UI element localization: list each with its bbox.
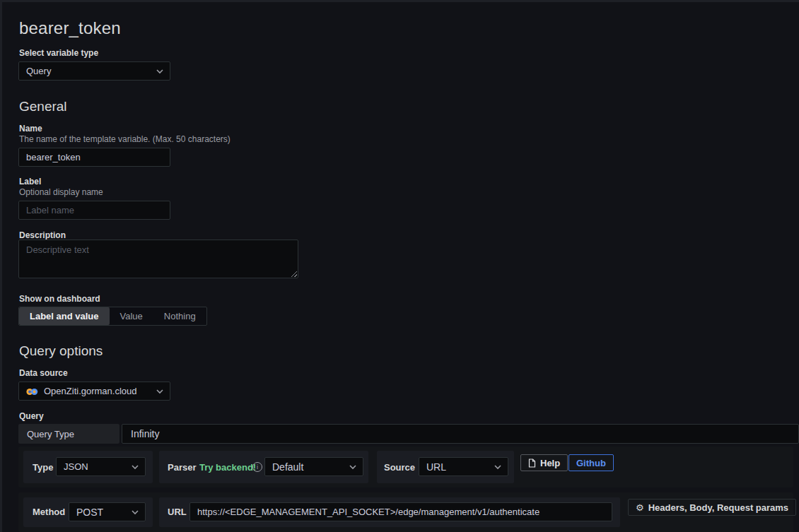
query-editor-row-type: Type JSON Parser Try backend! i Default … — [18, 447, 793, 487]
variable-type-select[interactable]: Query — [18, 61, 170, 81]
chevron-down-icon — [494, 463, 502, 471]
query-editor-row-url: Method POST URL ⚙ Headers, Body, Request… — [18, 492, 793, 532]
chevron-down-icon — [349, 463, 357, 471]
show-on-dashboard-label: Show on dashboard — [19, 294, 100, 304]
method-select[interactable]: POST — [69, 502, 146, 521]
parser-label: Parser — [168, 462, 196, 473]
show-on-dashboard-radio-group: Label and value Value Nothing — [18, 307, 207, 326]
type-value: JSON — [64, 461, 131, 472]
window-edge-top — [0, 0, 799, 2]
label-help-text: Optional display name — [19, 187, 103, 197]
parser-select[interactable]: Default — [264, 457, 363, 476]
document-icon — [528, 459, 536, 468]
github-button-label: Github — [576, 458, 606, 468]
query-options-heading: Query options — [19, 343, 103, 359]
name-input[interactable] — [18, 148, 170, 167]
name-help-text: The name of the template variable. (Max.… — [19, 134, 231, 144]
parser-field-group: Parser Try backend! i Default — [159, 451, 368, 483]
url-field-group: URL — [159, 497, 620, 527]
chevron-down-icon — [156, 68, 164, 75]
radio-option-value[interactable]: Value — [110, 307, 153, 325]
source-label: Source — [384, 462, 415, 473]
description-label: Description — [19, 230, 66, 240]
window-edge-left — [0, 0, 2, 532]
variable-type-value: Query — [26, 66, 156, 76]
type-field-group: Type JSON — [23, 451, 153, 483]
label-label: Label — [19, 177, 41, 187]
parser-try-backend-hint[interactable]: Try backend! — [199, 462, 256, 473]
page-title: bearer_token — [19, 18, 121, 38]
info-icon[interactable]: i — [252, 462, 262, 472]
description-textarea[interactable] — [18, 240, 298, 278]
source-select[interactable]: URL — [419, 457, 508, 476]
help-button-label: Help — [540, 458, 560, 468]
github-button[interactable]: Github — [568, 454, 614, 471]
chevron-down-icon — [156, 388, 164, 395]
query-type-label-box: Query Type — [18, 424, 119, 444]
headers-button-label: Headers, Body, Request params — [648, 502, 788, 513]
url-label: URL — [168, 507, 187, 517]
query-type-field[interactable]: Infinity — [122, 424, 799, 444]
gear-icon: ⚙ — [636, 503, 644, 512]
query-label: Query — [19, 411, 44, 421]
data-source-value: OpenZiti.gorman.cloud — [44, 386, 156, 396]
general-heading: General — [19, 99, 67, 114]
label-input[interactable] — [18, 201, 170, 220]
source-value: URL — [426, 461, 494, 473]
infinity-datasource-icon — [26, 387, 38, 395]
source-field-group: Source URL — [377, 451, 514, 483]
type-label: Type — [33, 462, 53, 473]
name-label: Name — [19, 124, 42, 134]
chevron-down-icon — [131, 463, 139, 471]
url-input[interactable] — [189, 502, 612, 521]
data-source-select[interactable]: OpenZiti.gorman.cloud — [18, 382, 170, 401]
parser-value: Default — [272, 461, 349, 473]
radio-option-label-and-value[interactable]: Label and value — [19, 307, 110, 325]
method-value: POST — [76, 507, 131, 518]
type-select[interactable]: JSON — [56, 457, 146, 476]
chevron-down-icon — [131, 509, 139, 516]
method-field-group: Method POST — [23, 497, 153, 527]
data-source-label: Data source — [19, 368, 68, 378]
help-button[interactable]: Help — [520, 454, 568, 471]
variable-type-label: Select variable type — [19, 48, 98, 58]
method-label: Method — [33, 507, 65, 517]
radio-option-nothing[interactable]: Nothing — [153, 307, 206, 325]
headers-body-params-button[interactable]: ⚙ Headers, Body, Request params — [628, 499, 796, 516]
